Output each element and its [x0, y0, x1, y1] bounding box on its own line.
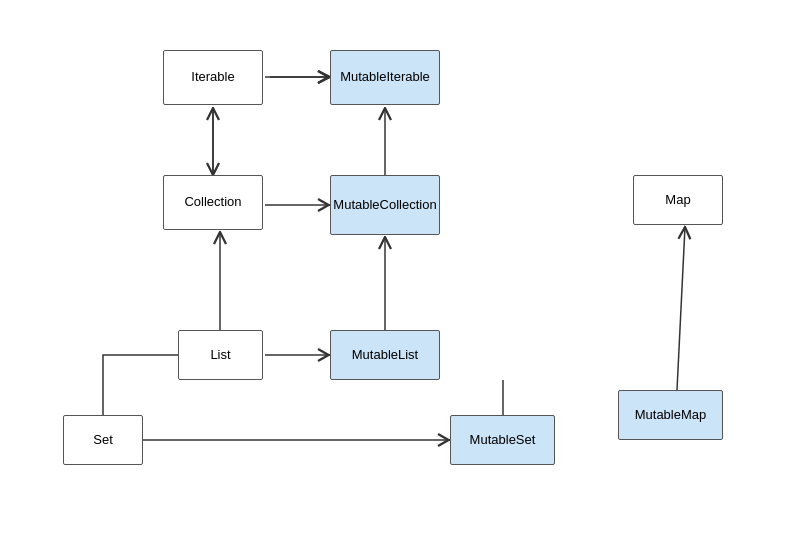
node-map: Map [633, 175, 723, 225]
arrow-set-collection-path [103, 355, 178, 415]
node-list: List [178, 330, 263, 380]
node-map-label: Map [665, 192, 690, 209]
node-collection: Collection [163, 175, 263, 230]
node-iterable-label: Iterable [191, 69, 234, 86]
node-list-label: List [210, 347, 230, 364]
node-mutablecollection: MutableCollection [330, 175, 440, 235]
diagram-container: Iterable MutableIterable Collection Muta… [0, 0, 809, 540]
node-mutablemap-label: MutableMap [635, 407, 707, 424]
node-mutablecollection-label: MutableCollection [333, 197, 436, 214]
node-mutablelist-label: MutableList [352, 347, 418, 364]
node-mutablelist: MutableList [330, 330, 440, 380]
node-set: Set [63, 415, 143, 465]
node-mutableiterable-label: MutableIterable [340, 69, 430, 86]
node-mutableset: MutableSet [450, 415, 555, 465]
node-mutableset-label: MutableSet [470, 432, 536, 449]
node-set-label: Set [93, 432, 113, 449]
node-collection-label: Collection [184, 194, 241, 211]
node-mutablemap: MutableMap [618, 390, 723, 440]
node-iterable: Iterable [163, 50, 263, 105]
arrow-mutmap-map [677, 227, 685, 390]
node-mutableiterable: MutableIterable [330, 50, 440, 105]
